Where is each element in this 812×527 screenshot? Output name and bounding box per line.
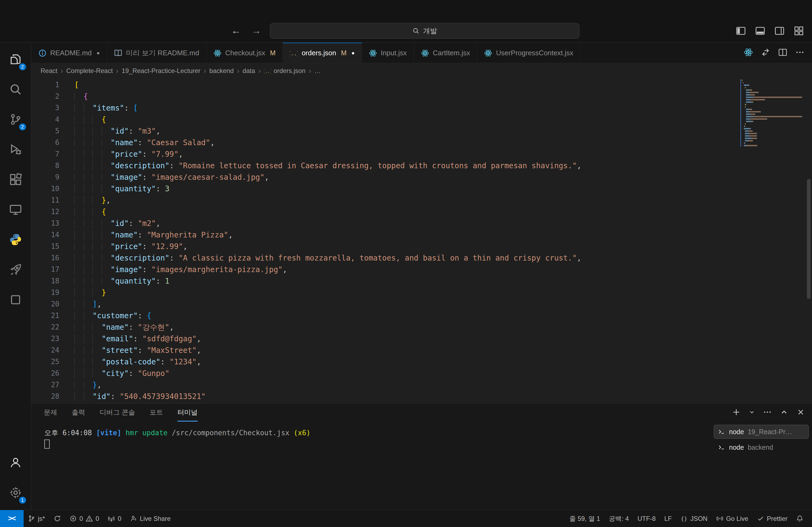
tab-CartItem.jsx[interactable]: CartItem.jsx [414,43,477,63]
forward-arrow-icon: → [251,25,261,36]
layout-controls [735,25,805,37]
activity-extension-rocket[interactable] [0,255,31,285]
panel-more-actions[interactable] [763,408,772,418]
editor-content[interactable]: [ { "items": [ { "id": "m3", "name": "Ca… [74,79,731,402]
activity-extensions[interactable] [0,165,31,195]
toggle-secondary-sidebar[interactable] [773,25,786,37]
toggle-panel[interactable] [754,25,766,37]
code-line: }, [74,379,731,391]
activity-run-and-debug[interactable] [0,134,31,165]
code-line: "name": "Margherita Pizza", [74,229,731,241]
remote-indicator[interactable]: >< [0,510,24,527]
modified-dot-icon: ● [97,50,100,56]
tab-미리 보기 README.md[interactable]: 미리 보기 README.md [107,43,206,63]
breadcrumb-item[interactable]: backend [209,67,234,75]
breadcrumb-item[interactable]: {..}orders.json [264,67,306,75]
tab-Checkout.jsx[interactable]: Checkout.jsxM [206,43,283,63]
panel-tab-문제[interactable]: 문제 [44,404,57,422]
breadcrumb-item[interactable]: 19_React-Practice-Lecturer [122,67,200,75]
forward-button[interactable]: → [250,22,263,39]
tab-Input.jsx[interactable]: Input.jsx [362,43,414,63]
breadcrumb-item[interactable]: data [243,67,255,75]
activity-accounts[interactable] [0,448,31,478]
code-line: "description": "A classic pizza with fre… [74,252,731,264]
code-line: "quantity": 1 [74,275,731,287]
terminal-output[interactable]: 오후 6:04:08 [vite] hmr update /src/compon… [31,422,712,510]
problems[interactable]: 00 [65,510,104,527]
indentation[interactable]: 공백: 4 [605,510,633,527]
extensions-icon [9,173,22,186]
panel-tab-출력[interactable]: 출력 [72,404,85,422]
go-live[interactable]: Go Live [712,510,753,527]
status-bar-left: ><js*000Live Share [0,510,175,527]
panel-tab-포트[interactable]: 포트 [149,404,163,422]
maximize-panel[interactable] [780,408,788,418]
line-number: 18 [31,275,74,287]
terminal-session-row[interactable]: nodebackend [714,440,809,454]
code-line: "id": "m2", [74,217,731,229]
line-number: 15 [31,241,74,252]
split-editor[interactable] [778,48,787,58]
activity-badge: 2 [18,123,27,131]
panel-tab-터미널[interactable]: 터미널 [177,404,198,422]
sync-status[interactable] [49,510,65,527]
code-line: }, [74,195,731,206]
activity-bar-top: 22 [0,44,31,315]
terminal-session-list: node19_React-Pr…nodebackend [712,422,812,510]
code-editor[interactable]: 1234567891011121314151617181920212223242… [31,79,812,404]
history-navigation: ← → [230,22,263,39]
panel-tab-디버그 콘솔[interactable]: 디버그 콘솔 [100,404,135,422]
react-devtools[interactable] [744,48,753,58]
activity-remote-explorer[interactable] [0,195,31,225]
activity-search[interactable] [0,74,31,104]
tab-orders.json[interactable]: {..}orders.jsonM● [283,43,362,63]
activity-settings[interactable]: 1 [0,478,31,508]
live-share[interactable]: Live Share [126,510,175,527]
terminal-profile-dropdown[interactable] [749,409,755,417]
minimap-line [742,103,804,106]
activity-explorer[interactable]: 2 [0,44,31,74]
notifications[interactable] [792,510,808,527]
breadcrumb-separator: › [237,67,239,75]
json-file-icon: {..} [290,49,298,57]
breadcrumb-item[interactable]: React [41,67,57,75]
breadcrumb-separator: › [258,67,261,75]
eol[interactable]: LF [660,510,676,527]
encoding[interactable]: UTF-8 [633,510,660,527]
editor-scrollbar[interactable] [807,179,811,299]
customize-layout[interactable] [793,25,805,37]
code-line: { [74,91,731,102]
activity-source-control[interactable]: 2 [0,104,31,134]
minimap[interactable] [742,79,804,147]
tab-UserProgressContext.jsx[interactable]: UserProgressContext.jsx [477,43,581,63]
more-editor-actions[interactable] [795,48,804,58]
terminal-session-row[interactable]: node19_React-Pr… [714,425,809,439]
back-button[interactable]: ← [230,22,242,39]
breadcrumb-item[interactable]: … [315,67,321,75]
minimap-line [742,125,804,127]
open-changes[interactable] [761,48,770,58]
close-panel[interactable] [796,408,805,418]
language-mode[interactable]: {}JSON [676,510,712,527]
tab-README.md[interactable]: README.md● [31,43,107,63]
minimap-slider-edge [740,79,741,147]
cursor-position[interactable]: 줄 59, 열 1 [565,510,605,527]
rocket-icon [9,263,22,276]
breadcrumb-item[interactable]: Complete-React [66,67,113,75]
forwarded-ports[interactable]: 0 [103,510,126,527]
activity-python[interactable] [0,225,31,255]
git-branch[interactable]: js* [24,510,49,527]
command-center[interactable]: 개발 [270,23,579,39]
code-line: [ [74,79,731,91]
minimap-line [742,118,804,120]
activity-bar-bottom: 1 [0,448,31,508]
new-terminal[interactable] [732,408,741,418]
activity-extension-square[interactable] [0,285,31,315]
tab-label: Input.jsx [381,49,407,57]
tab-label: Checkout.jsx [225,49,265,57]
toggle-primary-sidebar[interactable] [735,25,747,37]
prettier[interactable]: Prettier [753,510,792,527]
minimap-line [742,84,804,86]
broadcast-icon [716,515,723,522]
line-number: 8 [31,160,74,171]
